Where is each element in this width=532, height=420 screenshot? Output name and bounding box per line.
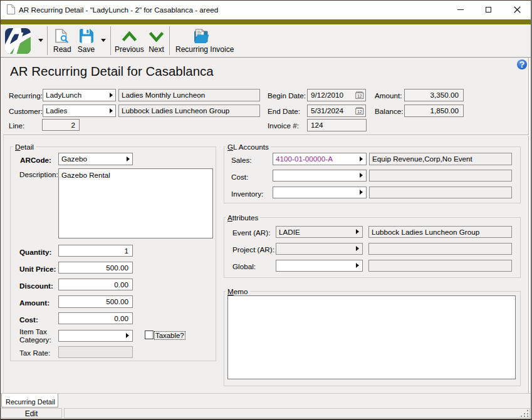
svg-text:12: 12	[357, 110, 362, 114]
svg-text:12: 12	[357, 94, 362, 98]
